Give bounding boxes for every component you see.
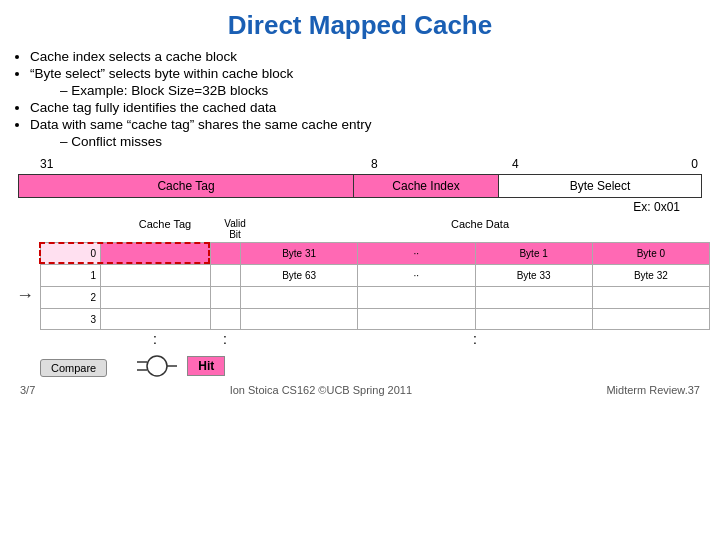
hit-box: Hit — [187, 356, 225, 376]
byte-r2-2 — [476, 287, 593, 308]
col-header-data: Cache Data — [250, 218, 710, 240]
svg-point-0 — [147, 356, 167, 376]
byte-dots-1: ·· — [358, 265, 475, 286]
cache-index-cell: Cache Index — [354, 175, 499, 197]
byte-0: Byte 0 — [593, 243, 709, 264]
index-2: 2 — [40, 286, 100, 308]
example-label: Ex: 0x01 — [18, 200, 680, 214]
index-1: 1 — [40, 264, 100, 286]
byte-32: Byte 32 — [593, 265, 709, 286]
cache-row-3 — [100, 308, 710, 330]
address-row: Cache Tag Cache Index Byte Select — [18, 174, 702, 198]
byte-dots-0: ·· — [358, 243, 475, 264]
index-3: 3 — [40, 308, 100, 330]
byte-31: Byte 31 — [241, 243, 358, 264]
byte-r2-1 — [358, 287, 475, 308]
bullet-3: Cache tag fully identifies the cached da… — [30, 100, 720, 115]
bullet-4a: – Conflict misses — [60, 134, 720, 149]
bullet-list: Cache index selects a cache block “Byte … — [30, 49, 720, 149]
cache-row-1: Byte 63 ·· Byte 33 Byte 32 — [100, 264, 710, 286]
bit-label-8: 8 — [371, 157, 378, 171]
byte-select-cell: Byte Select — [499, 175, 701, 197]
bullet-2a: – Example: Block Size=32B blocks — [60, 83, 720, 98]
byte-1: Byte 1 — [476, 243, 593, 264]
byte-33: Byte 33 — [476, 265, 593, 286]
compare-button[interactable]: Compare — [40, 359, 107, 377]
cache-tag-cell: Cache Tag — [19, 175, 354, 197]
col-header-valid: Valid Bit — [220, 218, 250, 240]
bit-label-0: 0 — [691, 157, 698, 171]
byte-63: Byte 63 — [241, 265, 358, 286]
credit: Ion Stoica CS162 ©UCB Spring 2011 — [230, 384, 412, 396]
slide-number: Midterm Review.37 — [606, 384, 700, 396]
bullet-2: “Byte select” selects byte within cache … — [30, 66, 720, 81]
gate-symbol — [137, 352, 177, 380]
cache-row-0: Byte 31 ·· Byte 1 Byte 0 — [100, 242, 710, 264]
page-title: Direct Mapped Cache — [0, 0, 720, 41]
bullet-4: Data with same “cache tag” shares the sa… — [30, 117, 720, 132]
byte-r3-1 — [358, 309, 475, 329]
byte-r3-0 — [241, 309, 358, 329]
col-header-tag: Cache Tag — [110, 218, 220, 240]
dots-row: : : : — [100, 330, 710, 348]
byte-r3-3 — [593, 309, 709, 329]
index-0: 0 — [40, 242, 100, 264]
cache-row-2 — [100, 286, 710, 308]
footer: 3/7 Ion Stoica CS162 ©UCB Spring 2011 Mi… — [20, 384, 700, 396]
byte-r2-0 — [241, 287, 358, 308]
byte-r2-3 — [593, 287, 709, 308]
bit-label-4: 4 — [512, 157, 519, 171]
bullet-1: Cache index selects a cache block — [30, 49, 720, 64]
bit-label-31: 31 — [40, 157, 53, 171]
page-number: 3/7 — [20, 384, 35, 396]
byte-r3-2 — [476, 309, 593, 329]
